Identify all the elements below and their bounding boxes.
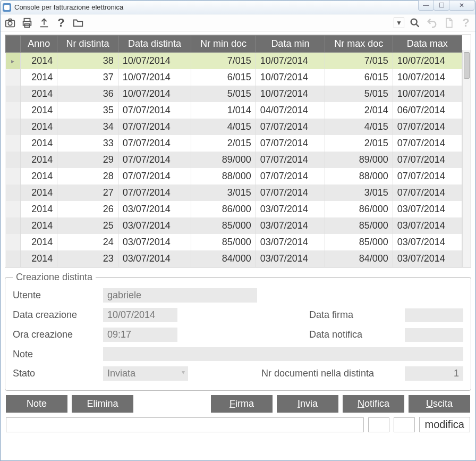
table-row[interactable]: 20142807/07/201488/00007/07/201488/00007… bbox=[6, 168, 462, 185]
table-row[interactable]: 20143307/07/20142/01507/07/20142/01507/0… bbox=[6, 135, 462, 152]
table-row[interactable]: 20142303/07/201484/00003/07/201484/00003… bbox=[6, 250, 462, 267]
table-cell[interactable]: 07/07/2014 bbox=[256, 152, 325, 168]
table-cell[interactable]: 10/07/2014 bbox=[118, 86, 191, 102]
table-row[interactable]: ▸20143810/07/20147/01510/07/20147/01510/… bbox=[6, 53, 462, 70]
table-cell[interactable]: 2014 bbox=[21, 250, 57, 267]
col-nr-max-doc[interactable]: Nr max doc bbox=[325, 36, 393, 53]
table-cell[interactable]: 10/07/2014 bbox=[256, 86, 325, 102]
table-cell[interactable]: 03/07/2014 bbox=[118, 250, 191, 267]
table-cell[interactable] bbox=[6, 102, 21, 119]
table-cell[interactable]: 2014 bbox=[21, 119, 57, 135]
table-cell[interactable]: 2014 bbox=[21, 102, 57, 119]
table-cell[interactable]: 35 bbox=[57, 102, 118, 119]
table-cell[interactable]: 89/000 bbox=[191, 152, 256, 168]
table-cell[interactable]: 07/07/2014 bbox=[118, 102, 191, 119]
table-cell[interactable]: 3/015 bbox=[191, 185, 256, 201]
upload-icon[interactable] bbox=[38, 16, 50, 29]
table-row[interactable]: 20142603/07/201486/00003/07/201486/00003… bbox=[6, 201, 462, 217]
minimize-button[interactable]: — bbox=[418, 0, 434, 11]
table-row[interactable]: 20142707/07/20143/01507/07/20143/01507/0… bbox=[6, 185, 462, 201]
vertical-scrollbar[interactable] bbox=[462, 50, 471, 267]
table-cell[interactable]: 2014 bbox=[21, 135, 57, 152]
table-cell[interactable] bbox=[6, 185, 21, 201]
table-cell[interactable]: 2014 bbox=[21, 69, 57, 86]
table-cell[interactable]: 03/07/2014 bbox=[256, 217, 325, 234]
table-cell[interactable]: 2014 bbox=[21, 185, 57, 201]
table-cell[interactable]: 85/000 bbox=[191, 234, 256, 250]
table-cell[interactable]: 84/000 bbox=[325, 250, 393, 267]
table-cell[interactable]: 03/07/2014 bbox=[393, 250, 462, 267]
col-data-distinta[interactable]: Data distinta bbox=[118, 36, 191, 53]
table-cell[interactable]: 86/000 bbox=[191, 201, 256, 217]
table-row[interactable]: 20143710/07/20146/01510/07/20146/01510/0… bbox=[6, 69, 462, 86]
table-row[interactable]: 20143610/07/20145/01510/07/20145/01510/0… bbox=[6, 86, 462, 102]
elimina-button[interactable]: Elimina bbox=[72, 395, 133, 413]
table-cell[interactable]: 86/000 bbox=[325, 201, 393, 217]
table-cell[interactable]: 4/015 bbox=[191, 119, 256, 135]
table-cell[interactable]: 1/014 bbox=[191, 102, 256, 119]
table-cell[interactable]: 5/015 bbox=[325, 86, 393, 102]
status-modifica[interactable]: modifica bbox=[419, 417, 470, 432]
table-cell[interactable]: 37 bbox=[57, 69, 118, 86]
table-cell[interactable]: 24 bbox=[57, 234, 118, 250]
table-cell[interactable]: 25 bbox=[57, 217, 118, 234]
col-anno[interactable]: Anno bbox=[21, 36, 57, 53]
table-cell[interactable]: 10/07/2014 bbox=[256, 53, 325, 70]
table-cell[interactable]: 6/015 bbox=[191, 69, 256, 86]
table-cell[interactable]: 06/07/2014 bbox=[393, 102, 462, 119]
table-cell[interactable]: 36 bbox=[57, 86, 118, 102]
table-cell[interactable]: 03/07/2014 bbox=[118, 201, 191, 217]
table-cell[interactable]: 6/015 bbox=[325, 69, 393, 86]
table-cell[interactable]: 38 bbox=[57, 53, 118, 70]
table-cell[interactable]: 03/07/2014 bbox=[256, 201, 325, 217]
table-cell[interactable] bbox=[6, 69, 21, 86]
table-cell[interactable]: 28 bbox=[57, 168, 118, 185]
table-cell[interactable]: 07/07/2014 bbox=[393, 135, 462, 152]
table-cell[interactable]: 10/07/2014 bbox=[118, 53, 191, 70]
table-cell[interactable]: 03/07/2014 bbox=[256, 234, 325, 250]
table-cell[interactable]: 2014 bbox=[21, 201, 57, 217]
table-cell[interactable] bbox=[6, 201, 21, 217]
table-cell[interactable]: 2014 bbox=[21, 86, 57, 102]
table-row[interactable]: 20143407/07/20144/01507/07/20144/01507/0… bbox=[6, 119, 462, 135]
col-data-min[interactable]: Data min bbox=[256, 36, 325, 53]
table-cell[interactable]: 07/07/2014 bbox=[256, 119, 325, 135]
maximize-button[interactable]: ☐ bbox=[434, 0, 449, 11]
print-icon[interactable] bbox=[21, 16, 33, 29]
table-cell[interactable]: 7/015 bbox=[191, 53, 256, 70]
undo-icon[interactable] bbox=[426, 16, 438, 29]
status-input-2[interactable] bbox=[394, 417, 415, 432]
table-cell[interactable]: 07/07/2014 bbox=[118, 152, 191, 168]
help-icon[interactable]: ? bbox=[55, 16, 67, 29]
notifica-button[interactable]: Notifica bbox=[343, 395, 404, 413]
folder-icon[interactable] bbox=[72, 16, 84, 29]
table-cell[interactable]: 07/07/2014 bbox=[256, 135, 325, 152]
table-cell[interactable]: 7/015 bbox=[325, 53, 393, 70]
table-cell[interactable]: 2/014 bbox=[325, 102, 393, 119]
camera-icon[interactable] bbox=[4, 16, 16, 29]
uscita-button[interactable]: Uscita bbox=[409, 395, 470, 413]
table-cell[interactable]: 33 bbox=[57, 135, 118, 152]
table-cell[interactable]: 85/000 bbox=[325, 234, 393, 250]
search-icon[interactable] bbox=[409, 16, 421, 29]
table-cell[interactable]: 5/015 bbox=[191, 86, 256, 102]
table-cell[interactable]: 29 bbox=[57, 152, 118, 168]
dropdown-icon[interactable]: ▼ bbox=[394, 18, 404, 28]
table-cell[interactable] bbox=[6, 152, 21, 168]
table-cell[interactable]: 23 bbox=[57, 250, 118, 267]
table-cell[interactable]: 2/015 bbox=[191, 135, 256, 152]
table-cell[interactable]: 88/000 bbox=[191, 168, 256, 185]
table-cell[interactable]: 2014 bbox=[21, 234, 57, 250]
table-cell[interactable]: 34 bbox=[57, 119, 118, 135]
table-cell[interactable]: 10/07/2014 bbox=[256, 69, 325, 86]
table-cell[interactable]: 07/07/2014 bbox=[393, 152, 462, 168]
note-button[interactable]: Note bbox=[6, 395, 67, 413]
table-cell[interactable]: 85/000 bbox=[191, 217, 256, 234]
table-cell[interactable]: 88/000 bbox=[325, 168, 393, 185]
table-cell[interactable]: 2014 bbox=[21, 168, 57, 185]
close-button[interactable]: ✕ bbox=[449, 0, 474, 11]
table-cell[interactable]: 07/07/2014 bbox=[118, 185, 191, 201]
table-cell[interactable]: 10/07/2014 bbox=[393, 69, 462, 86]
table-cell[interactable]: 03/07/2014 bbox=[393, 201, 462, 217]
table-cell[interactable]: ▸ bbox=[6, 53, 21, 70]
